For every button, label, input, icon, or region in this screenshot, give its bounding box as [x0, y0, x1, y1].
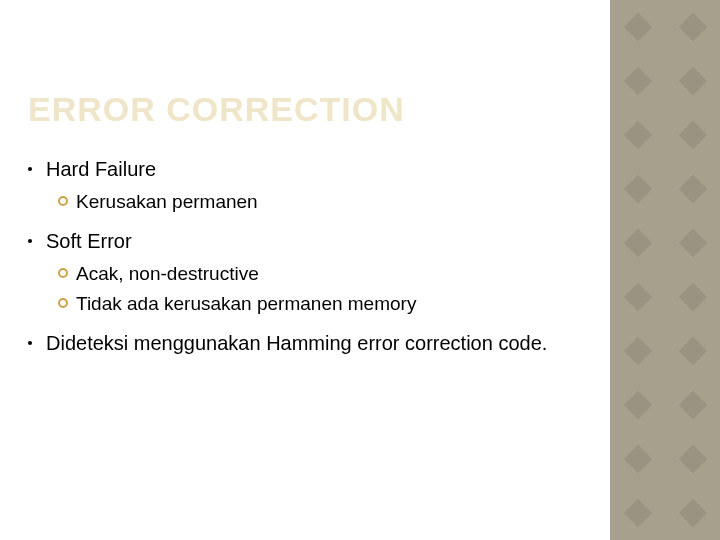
bullet-circle-icon [58, 298, 68, 308]
decorative-sidebar [610, 0, 720, 540]
bullet-dot-icon [28, 239, 32, 243]
list-item-label: Hard Failure [46, 155, 156, 183]
sub-list-item-label: Acak, non-destructive [76, 261, 259, 287]
slide-title: ERROR CORRECTION [28, 90, 405, 129]
sub-list-item: Tidak ada kerusakan permanen memory [58, 291, 590, 317]
sub-list-item: Acak, non-destructive [58, 261, 590, 287]
list-item-label: Dideteksi menggunakan Hamming error corr… [46, 329, 547, 357]
bullet-dot-icon [28, 341, 32, 345]
sub-list-item: Kerusakan permanen [58, 189, 590, 215]
list-item-label: Soft Error [46, 227, 132, 255]
list-item: Hard Failure [28, 155, 590, 183]
sub-list-item-label: Kerusakan permanen [76, 189, 258, 215]
sub-list-item-label: Tidak ada kerusakan permanen memory [76, 291, 416, 317]
list-item: Soft Error [28, 227, 590, 255]
list-item: Dideteksi menggunakan Hamming error corr… [28, 329, 590, 357]
bullet-circle-icon [58, 196, 68, 206]
slide-content: Hard Failure Kerusakan permanen Soft Err… [28, 155, 590, 363]
slide: ERROR CORRECTION Hard Failure Kerusakan … [0, 0, 720, 540]
bullet-circle-icon [58, 268, 68, 278]
bullet-dot-icon [28, 167, 32, 171]
